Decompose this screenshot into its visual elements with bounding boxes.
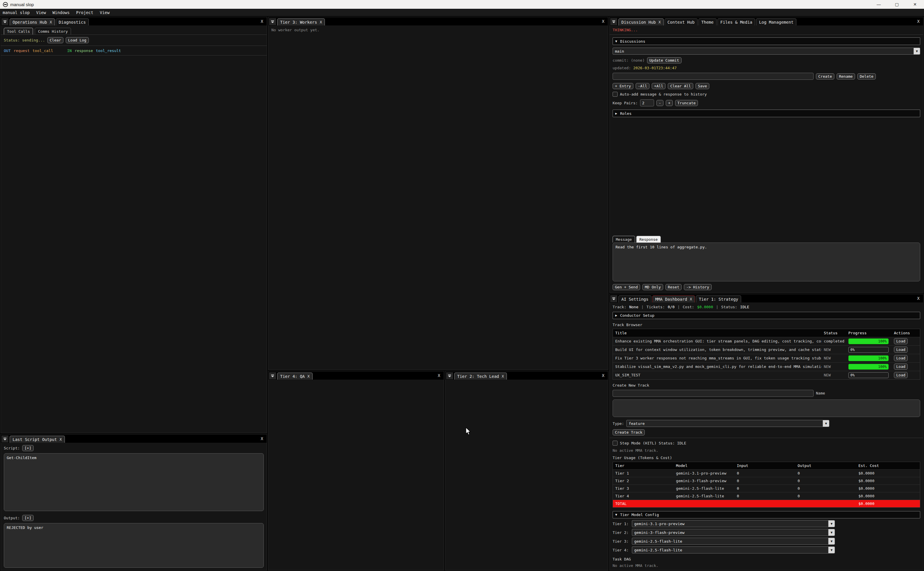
tab-close-icon[interactable]: X [50,20,52,24]
tab-close-icon[interactable]: X [658,20,661,24]
dock-close-icon[interactable]: X [438,373,444,380]
script-textarea[interactable]: Get-ChildItem [4,453,264,511]
tier-model-value: gemini-2.5-flash-lite [634,539,682,543]
panel-tab[interactable]: Files & Media [718,19,755,25]
script-expand-button[interactable]: [+] [22,445,34,451]
load-log-button[interactable]: Load Log [66,37,89,43]
panel-tab[interactable]: Context Hub [665,19,698,25]
dock-collapse-icon[interactable] [2,18,8,25]
maximize-icon[interactable]: ▢ [888,0,906,9]
track-row[interactable]: UX_SIM_TEST NEW 0% Load [613,371,920,379]
minimize-icon[interactable]: — [870,0,888,9]
entry-action-button[interactable]: -All [636,83,649,89]
clear-button[interactable]: Clear [47,37,63,43]
panel-tab[interactable]: Log Management [756,19,796,25]
operations-subtab[interactable]: Comms History [35,28,71,34]
create-track-button[interactable]: Create Track [613,429,645,435]
entry-action-button[interactable]: Clear All [668,83,693,89]
keep-pairs-decrement-button[interactable]: - [656,100,664,106]
message-action-button[interactable]: -> History [684,284,711,290]
tab-close-icon[interactable]: X [307,374,310,378]
panel-tab[interactable]: Last Script Output X [10,436,65,443]
track-row[interactable]: Build UI for context window utilization,… [613,346,920,354]
entry-action-button[interactable]: Save [696,83,709,89]
load-track-button[interactable]: Load [894,338,908,344]
keep-pairs-increment-button[interactable]: + [666,100,673,106]
usage-cost: $0.0000 [856,471,920,475]
tool-call-entry[interactable]: OUT request tool_call IN response tool_r… [4,48,264,53]
conductor-setup-header[interactable]: ▶ Conductor Setup [613,312,920,319]
panel-tab[interactable]: Operations Hub X [10,19,55,25]
dock-close-icon[interactable]: X [261,436,267,443]
message-response-tab[interactable]: Message [613,236,635,242]
dock-collapse-icon[interactable] [269,372,276,379]
dock-close-icon[interactable]: X [602,373,608,380]
track-description-textarea[interactable] [613,400,920,417]
create-discussion-button[interactable]: Create [816,73,834,79]
dock-collapse-icon[interactable] [610,18,617,25]
panel-tab[interactable]: Diagnostics [56,19,89,25]
dock-collapse-icon[interactable] [269,18,276,25]
dock-close-icon[interactable]: X [261,19,267,25]
track-row[interactable]: Stabilize visual_sim_mma_v2.py and mock_… [613,363,920,371]
discussion-name-input[interactable] [613,73,813,80]
panel-tab[interactable]: MMA Dashboard X [652,295,695,302]
load-track-button[interactable]: Load [894,347,908,353]
track-name-input[interactable] [613,390,813,397]
menu-item[interactable]: Windows [50,10,72,15]
output-expand-button[interactable]: [+] [22,515,34,521]
dock-close-icon[interactable]: X [917,296,923,302]
load-track-button[interactable]: Load [894,355,908,361]
dock-collapse-icon[interactable] [2,435,8,443]
discussions-section-header[interactable]: ▼ Discussions [613,37,920,45]
load-track-button[interactable]: Load [894,364,908,370]
message-action-button[interactable]: MD Only [642,284,663,290]
update-commit-button[interactable]: Update Commit [647,57,682,63]
track-row[interactable]: Enhance existing MMA orchestration GUI: … [613,337,920,346]
track-row[interactable]: Fix Tier 3 worker responses not reaching… [613,354,920,363]
menu-item[interactable]: Project [73,10,96,15]
tier-model-select[interactable]: gemini-2.5-flash-lite ▼ [632,546,835,554]
panel-tab[interactable]: Tier 1: Strategy [696,295,741,302]
discussion-select[interactable]: main ▼ [613,48,920,55]
tab-close-icon[interactable]: X [690,297,692,301]
entry-action-button[interactable]: +All [652,83,665,89]
tier-model-select[interactable]: gemini-3-flash-preview ▼ [632,529,835,536]
dock-collapse-icon[interactable] [446,372,453,379]
tier-model-select[interactable]: gemini-2.5-flash-lite ▼ [632,538,835,545]
operations-subtab[interactable]: Tool Calls [4,28,33,34]
truncate-button[interactable]: Truncate [675,100,698,106]
dock-close-icon[interactable]: X [917,19,923,25]
menu-item[interactable]: View [34,10,49,15]
message-textarea[interactable]: Read the first 10 lines of aggregate.py. [613,242,920,281]
menu-item[interactable]: View [97,10,112,15]
roles-section-header[interactable]: ▶ Roles [613,110,920,117]
tab-close-icon[interactable]: X [60,437,62,441]
panel-tab[interactable]: Theme [699,19,716,25]
keep-pairs-input[interactable] [640,99,654,106]
output-textarea[interactable]: REJECTED by user [4,523,264,568]
dock-close-icon[interactable]: X [602,19,608,25]
message-action-button[interactable]: Gen + Send [613,284,640,290]
panel-tab[interactable]: Tier 2: Tech Lead X [454,373,507,380]
entry-action-button[interactable]: + Entry [613,83,633,89]
tab-close-icon[interactable]: X [320,20,322,24]
track-type-select[interactable]: feature ▼ [626,420,829,427]
panel-tab[interactable]: Discussion Hub X [618,19,664,25]
message-response-tab[interactable]: Response [636,236,661,242]
panel-tab[interactable]: Tier 4: QA X [277,373,313,380]
rename-discussion-button[interactable]: Rename [837,73,855,79]
panel-tab[interactable]: AI Settings [618,295,651,302]
tier-model-select[interactable]: gemini-3.1-pro-preview ▼ [632,520,835,527]
delete-discussion-button[interactable]: Delete [858,73,876,79]
menu-item[interactable]: manual slop [0,10,32,15]
message-action-button[interactable]: Reset [665,284,682,290]
dock-collapse-icon[interactable] [610,295,617,302]
autoadd-checkbox[interactable] [613,92,618,97]
step-mode-checkbox[interactable] [613,441,618,446]
close-icon[interactable]: ✕ [906,0,924,9]
panel-tab[interactable]: Tier 3: Workers X [277,19,325,25]
tier-model-config-header[interactable]: ▼ Tier Model Config [613,511,920,519]
load-track-button[interactable]: Load [894,372,908,378]
tab-close-icon[interactable]: X [502,374,504,378]
